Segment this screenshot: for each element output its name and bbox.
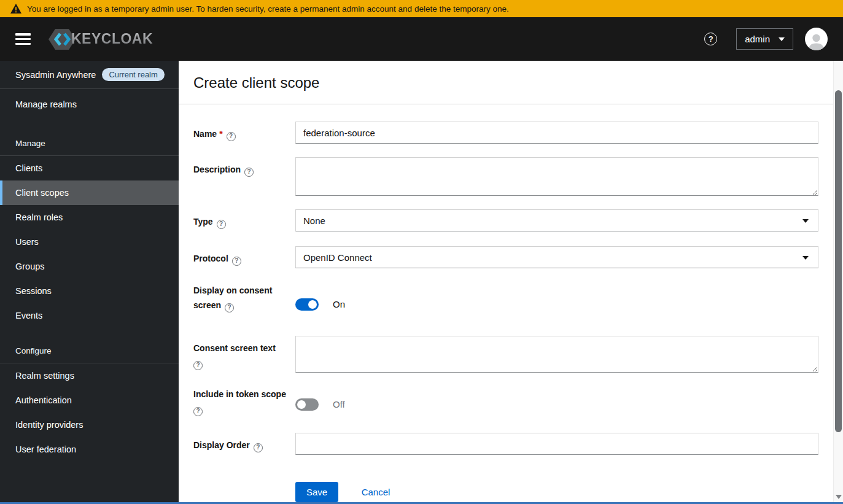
chevron-down-icon xyxy=(802,256,809,260)
main-content: Create client scope Name*? Description? … xyxy=(179,61,833,502)
form-row-description: Description? xyxy=(193,157,818,196)
form-row-consent-screen-text: Consent screen text ? xyxy=(193,336,818,373)
page-title: Create client scope xyxy=(193,74,818,91)
current-realm-badge[interactable]: Current realm xyxy=(102,68,164,81)
chevron-down-icon xyxy=(779,37,785,41)
description-help-icon[interactable]: ? xyxy=(244,168,254,177)
form-row-display-on-consent: Display on consent screen? On xyxy=(193,280,818,325)
sidebar-item-identity-providers[interactable]: Identity providers xyxy=(0,413,179,437)
form-row-display-order: Display Order? xyxy=(193,433,818,455)
realm-name: Sysadmin Anywhere xyxy=(15,70,96,80)
display-on-consent-toggle[interactable] xyxy=(295,298,319,311)
display-order-input[interactable] xyxy=(295,433,818,455)
masthead: KEYCLOAK ? admin xyxy=(0,17,843,61)
avatar xyxy=(805,28,828,50)
sidebar-item-realm-settings[interactable]: Realm settings xyxy=(0,363,179,388)
form-row-protocol: Protocol? OpenID Connect xyxy=(193,246,818,268)
current-realm-row[interactable]: Sysadmin Anywhere Current realm xyxy=(0,61,179,89)
keycloak-logo[interactable]: KEYCLOAK xyxy=(48,28,153,50)
display-order-label: Display Order? xyxy=(193,433,295,455)
display-on-consent-state: On xyxy=(333,299,345,309)
display-on-consent-label: Display on consent screen? xyxy=(193,280,295,325)
include-in-token-scope-toggle[interactable] xyxy=(295,398,319,411)
type-select-value: None xyxy=(303,215,325,226)
description-label: Description? xyxy=(193,157,295,196)
type-help-icon[interactable]: ? xyxy=(217,220,226,229)
chevron-down-icon xyxy=(802,219,809,223)
help-icon[interactable]: ? xyxy=(704,33,717,45)
sidebar-section-configure: Configure xyxy=(0,346,179,363)
form-actions: Save Cancel xyxy=(193,482,818,502)
protocol-label: Protocol? xyxy=(193,246,295,268)
hamburger-icon xyxy=(15,33,31,36)
consent-screen-text-textarea[interactable] xyxy=(295,336,818,373)
keycloak-logo-text: KEYCLOAK xyxy=(71,31,153,47)
sidebar-section-manage: Manage xyxy=(0,139,179,156)
include-in-token-scope-help-icon[interactable]: ? xyxy=(193,407,203,416)
display-on-consent-help-icon[interactable]: ? xyxy=(225,303,234,312)
protocol-select-value: OpenID Connect xyxy=(303,252,372,263)
protocol-help-icon[interactable]: ? xyxy=(232,257,241,266)
nav-toggle-button[interactable] xyxy=(15,33,31,45)
scrollbar-thumb[interactable] xyxy=(835,90,842,432)
avatar-person-icon xyxy=(808,33,825,50)
sidebar-item-clients[interactable]: Clients xyxy=(0,156,179,180)
sidebar-item-manage-realms[interactable]: Manage realms xyxy=(0,89,179,118)
warning-banner-text: You are logged in as a temporary admin u… xyxy=(27,4,509,14)
masthead-right: ? admin xyxy=(704,28,828,50)
protocol-select[interactable]: OpenID Connect xyxy=(295,246,818,268)
name-label: Name*? xyxy=(193,122,295,144)
user-menu-label: admin xyxy=(745,34,770,44)
form-row-type: Type? None xyxy=(193,209,818,231)
sidebar-item-users[interactable]: Users xyxy=(0,230,179,254)
include-in-token-scope-state: Off xyxy=(333,399,345,409)
cancel-link[interactable]: Cancel xyxy=(362,482,390,497)
display-order-help-icon[interactable]: ? xyxy=(254,443,263,452)
required-asterisk: * xyxy=(219,129,222,139)
name-help-icon[interactable]: ? xyxy=(227,132,236,141)
name-input[interactable] xyxy=(295,122,818,144)
consent-screen-text-help-icon[interactable]: ? xyxy=(193,361,203,370)
vertical-scrollbar[interactable] xyxy=(833,61,843,502)
user-menu-dropdown[interactable]: admin xyxy=(736,28,793,50)
save-button[interactable]: Save xyxy=(295,482,338,502)
consent-screen-text-label: Consent screen text ? xyxy=(193,336,295,373)
sidebar-item-sessions[interactable]: Sessions xyxy=(0,279,179,303)
sidebar-item-client-scopes[interactable]: Client scopes xyxy=(0,180,179,205)
sidebar-item-realm-roles[interactable]: Realm roles xyxy=(0,205,179,230)
sidebar-item-events[interactable]: Events xyxy=(0,303,179,328)
form-row-name: Name*? xyxy=(193,122,818,144)
include-in-token-scope-label: Include in token scope ? xyxy=(193,384,295,422)
sidebar-item-authentication[interactable]: Authentication xyxy=(0,388,179,413)
type-label: Type? xyxy=(193,209,295,231)
warning-icon xyxy=(10,4,21,14)
warning-banner: You are logged in as a temporary admin u… xyxy=(0,0,843,17)
type-select[interactable]: None xyxy=(295,209,818,231)
sidebar-item-groups[interactable]: Groups xyxy=(0,254,179,279)
title-block: Create client scope xyxy=(179,61,833,104)
sidebar-nav: Sysadmin Anywhere Current realm Manage r… xyxy=(0,61,179,502)
scroll-down-arrow-icon[interactable] xyxy=(836,495,842,499)
form-row-include-in-token-scope: Include in token scope ? Off xyxy=(193,384,818,422)
sidebar-item-user-federation[interactable]: User federation xyxy=(0,437,179,462)
description-textarea[interactable] xyxy=(295,157,818,196)
create-client-scope-form: Name*? Description? Type? None xyxy=(179,104,833,502)
